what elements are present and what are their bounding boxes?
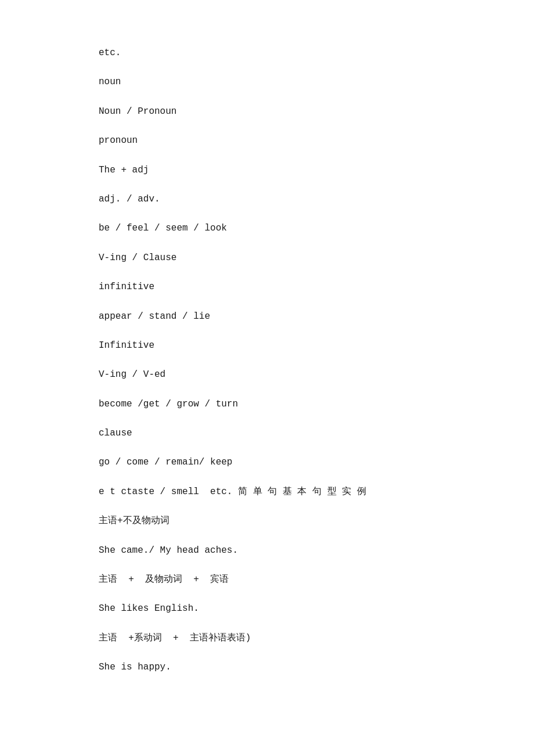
line-she-likes: She likes English. bbox=[99, 602, 534, 615]
line-subject-linking-text: 主语 +系动词 + 主语补语表语) bbox=[99, 632, 534, 645]
line-subject-trans-text: 主语 + 及物动词 + 宾语 bbox=[99, 573, 534, 586]
line-subject-trans: 主语 + 及物动词 + 宾语 bbox=[99, 573, 534, 586]
line-adj-adv: adj. / adv. bbox=[99, 193, 534, 206]
line-noun: noun bbox=[99, 75, 534, 88]
line-ving-clause: V-ing / Clause bbox=[99, 251, 534, 264]
line-noun-pronoun: Noun / Pronoun bbox=[99, 105, 534, 118]
line-adj-adv-text: adj. / adv. bbox=[99, 193, 534, 206]
line-she-came: She came./ My head aches. bbox=[99, 544, 534, 557]
line-ving-clause-text: V-ing / Clause bbox=[99, 251, 534, 264]
line-clause-text: clause bbox=[99, 427, 534, 440]
line-she-likes-text: She likes English. bbox=[99, 602, 534, 615]
line-et-ctaste-text: e t ctaste / smell etc. 简 单 句 基 本 句 型 实 … bbox=[99, 485, 534, 498]
line-become-get-text: become /get / grow / turn bbox=[99, 398, 534, 411]
line-subject-linking: 主语 +系动词 + 主语补语表语) bbox=[99, 632, 534, 645]
line-subject-intrans: 主语+不及物动词 bbox=[99, 514, 534, 527]
line-etc: etc. bbox=[99, 46, 534, 59]
line-the-adj: The + adj bbox=[99, 164, 534, 177]
line-infinitive-text: infinitive bbox=[99, 280, 534, 293]
line-she-is-happy: She is happy. bbox=[99, 661, 534, 674]
line-Infinitive: Infinitive bbox=[99, 339, 534, 352]
line-be-feel: be / feel / seem / look bbox=[99, 222, 534, 235]
line-appear-stand-lie-text: appear / stand / lie bbox=[99, 310, 534, 323]
line-noun-pronoun-text: Noun / Pronoun bbox=[99, 105, 534, 118]
line-ving-ved: V-ing / V-ed bbox=[99, 368, 534, 381]
line-ving-ved-text: V-ing / V-ed bbox=[99, 368, 534, 381]
line-clause: clause bbox=[99, 427, 534, 440]
line-become-get: become /get / grow / turn bbox=[99, 398, 534, 411]
line-Infinitive-text: Infinitive bbox=[99, 339, 534, 352]
main-content: etc.nounNoun / PronounpronounThe + adjad… bbox=[99, 46, 534, 674]
line-she-came-text: She came./ My head aches. bbox=[99, 544, 534, 557]
line-she-is-happy-text: She is happy. bbox=[99, 661, 534, 674]
line-appear-stand-lie: appear / stand / lie bbox=[99, 310, 534, 323]
line-infinitive: infinitive bbox=[99, 280, 534, 293]
line-etc-text: etc. bbox=[99, 46, 534, 59]
line-noun-text: noun bbox=[99, 75, 534, 88]
line-pronoun: pronoun bbox=[99, 134, 534, 147]
line-subject-intrans-text: 主语+不及物动词 bbox=[99, 514, 534, 527]
line-et-ctaste: e t ctaste / smell etc. 简 单 句 基 本 句 型 实 … bbox=[99, 485, 534, 498]
line-be-feel-text: be / feel / seem / look bbox=[99, 222, 534, 235]
line-pronoun-text: pronoun bbox=[99, 134, 534, 147]
line-go-come-text: go / come / remain/ keep bbox=[99, 456, 534, 469]
line-go-come: go / come / remain/ keep bbox=[99, 456, 534, 469]
line-the-adj-text: The + adj bbox=[99, 164, 534, 177]
